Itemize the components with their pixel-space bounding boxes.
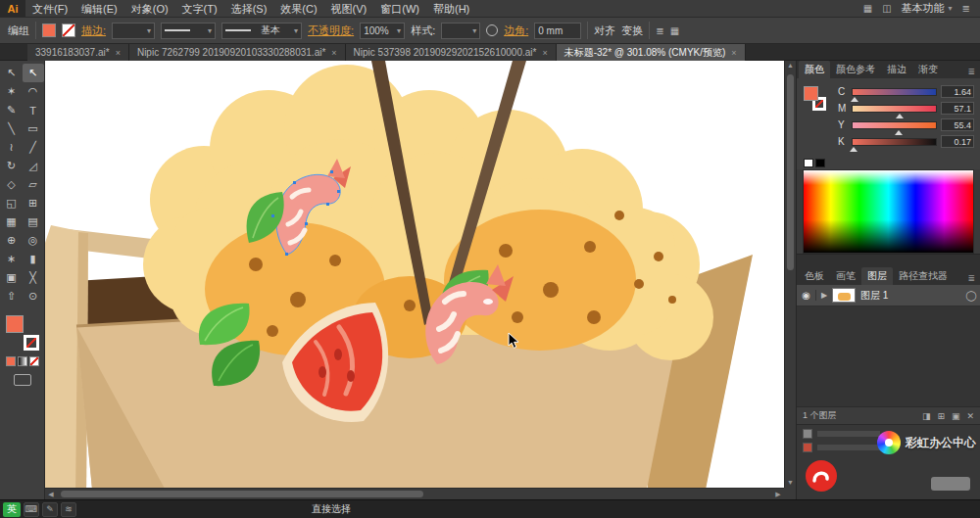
document-tab[interactable]: 未标题-32* @ 301.08% (CMYK/预览)×: [557, 44, 746, 61]
tab-渐变[interactable]: 渐变: [912, 61, 944, 78]
horizontal-scroll-thumb[interactable]: [61, 491, 423, 497]
eyedropper-tool[interactable]: ⊕: [1, 231, 23, 250]
fill-color-swatch[interactable]: [42, 24, 56, 37]
tab-close-icon[interactable]: ×: [542, 48, 547, 58]
canvas[interactable]: ▲ ▼ ◀ ▶: [45, 61, 796, 499]
grid-icon[interactable]: ▦: [670, 25, 679, 36]
hand-tool[interactable]: ⇧: [1, 287, 23, 306]
layer-name[interactable]: 图层 1: [860, 289, 962, 303]
black-swatch[interactable]: [815, 159, 825, 167]
transform-button[interactable]: 变换: [621, 24, 643, 38]
tab-色板[interactable]: 色板: [799, 267, 830, 285]
menu-item[interactable]: 文字(T): [175, 0, 224, 18]
stroke-color-swatch[interactable]: [62, 24, 75, 37]
symbol-sprayer-tool[interactable]: ∗: [1, 250, 23, 268]
stroke-link[interactable]: 描边:: [81, 24, 106, 38]
toolbar-fill-swatch[interactable]: [6, 315, 24, 333]
align-button[interactable]: 对齐: [594, 24, 615, 38]
pen-settings-icon[interactable]: ✎: [42, 502, 58, 517]
color-fill-button[interactable]: [6, 356, 16, 366]
menu-item[interactable]: 效果(C): [273, 0, 323, 18]
new-layer-icon[interactable]: ▣: [952, 411, 960, 421]
tab-路径查找器[interactable]: 路径查找器: [893, 267, 954, 285]
scroll-left-icon[interactable]: ◀: [45, 489, 57, 499]
workspace-switcher[interactable]: 基本功能 ▾: [902, 1, 953, 16]
artwork-takeout-box[interactable]: [45, 61, 796, 499]
column-graph-tool[interactable]: ▮: [23, 250, 44, 268]
delete-layer-icon[interactable]: ✕: [966, 411, 974, 421]
tray-icon[interactable]: ≋: [61, 502, 76, 517]
visibility-eye-icon[interactable]: ◉: [797, 290, 816, 301]
tab-图层[interactable]: 图层: [861, 267, 893, 285]
width-tool[interactable]: ◇: [1, 175, 23, 194]
layer-thumbnail[interactable]: [832, 288, 856, 303]
channel-slider[interactable]: [852, 105, 937, 113]
artboard-tool[interactable]: ▣: [1, 268, 23, 287]
vertical-scrollbar[interactable]: ▲ ▼: [784, 61, 796, 488]
scroll-up-icon[interactable]: ▲: [785, 61, 796, 71]
menu-item[interactable]: 文件(F): [25, 0, 74, 18]
document-tab[interactable]: 33916183037.ai*×: [27, 44, 129, 61]
perspective-grid-tool[interactable]: ⊞: [23, 194, 44, 212]
fill-stroke-indicator[interactable]: [804, 86, 833, 119]
mesh-tool[interactable]: ▦: [1, 212, 23, 231]
free-transform-tool[interactable]: ▱: [23, 175, 44, 194]
panel-menu-icon[interactable]: ≣: [967, 67, 980, 78]
paintbrush-tool[interactable]: ≀: [1, 138, 23, 157]
pen-tool[interactable]: ✎: [1, 101, 23, 119]
new-sublayer-icon[interactable]: ⊞: [937, 411, 945, 421]
lasso-tool[interactable]: ◠: [23, 82, 44, 101]
stroke-weight-dropdown[interactable]: ▾: [112, 23, 155, 39]
tab-close-icon[interactable]: ×: [731, 48, 736, 58]
panel-menu-icon[interactable]: ≣: [962, 3, 970, 14]
tab-颜色参考[interactable]: 颜色参考: [830, 61, 881, 78]
opacity-link[interactable]: 不透明度:: [308, 24, 354, 38]
scale-tool[interactable]: ◿: [23, 157, 44, 175]
zoom-tool[interactable]: ⊙: [23, 287, 44, 306]
horizontal-scrollbar[interactable]: ◀ ▶: [45, 488, 784, 499]
document-tab[interactable]: Nipic 537398 20190929202152610000.ai*×: [346, 44, 557, 61]
channel-value-field[interactable]: 0.17: [941, 135, 974, 148]
corner-link[interactable]: 边角:: [504, 24, 528, 38]
keyboard-icon[interactable]: ⌨: [24, 502, 39, 517]
expand-arrow-icon[interactable]: ▶: [816, 291, 832, 300]
gradient-fill-button[interactable]: [18, 356, 27, 366]
rectangle-tool[interactable]: ▭: [23, 119, 44, 138]
slice-tool[interactable]: ╳: [23, 268, 44, 287]
corner-value-box[interactable]: 0 mm: [534, 23, 581, 39]
tab-描边[interactable]: 描边: [881, 61, 912, 78]
make-mask-icon[interactable]: ◨: [922, 411, 931, 421]
screen-mode-button[interactable]: [14, 374, 31, 386]
rotate-tool[interactable]: ↻: [1, 157, 23, 175]
shape-builder-tool[interactable]: ◱: [1, 194, 23, 212]
screen-mode-icon[interactable]: ◫: [882, 3, 891, 14]
selection-tool[interactable]: ↖: [1, 64, 23, 82]
menu-item[interactable]: 对象(O): [124, 0, 175, 18]
menu-item[interactable]: 窗口(W): [373, 0, 426, 18]
direct-selection-tool[interactable]: ↖: [23, 64, 44, 82]
panel-menu-icon[interactable]: ≣: [967, 273, 980, 285]
channel-slider[interactable]: [852, 88, 937, 96]
slider-thumb[interactable]: [895, 130, 903, 135]
menu-item[interactable]: 视图(V): [324, 0, 374, 18]
opacity-dropdown[interactable]: 100%▾: [360, 23, 405, 39]
channel-slider[interactable]: [852, 138, 937, 146]
line-segment-tool[interactable]: ╲: [1, 119, 23, 138]
scroll-right-icon[interactable]: ▶: [772, 489, 784, 499]
scroll-down-icon[interactable]: ▼: [785, 478, 796, 488]
pencil-tool[interactable]: ╱: [23, 138, 44, 157]
menu-item[interactable]: 编辑(E): [74, 0, 124, 18]
fill-indicator[interactable]: [804, 86, 818, 101]
white-swatch[interactable]: [804, 159, 813, 167]
arrange-documents-icon[interactable]: ▦: [863, 3, 872, 14]
blend-tool[interactable]: ◎: [23, 231, 44, 250]
tab-close-icon[interactable]: ×: [116, 48, 121, 58]
vertical-scroll-thumb[interactable]: [787, 74, 794, 270]
brush-definition-dropdown[interactable]: 基本▾: [221, 23, 302, 39]
tab-close-icon[interactable]: ×: [331, 48, 336, 58]
isolate-icon[interactable]: ≣: [656, 25, 663, 36]
magic-wand-tool[interactable]: ✶: [1, 82, 23, 101]
slider-thumb[interactable]: [850, 147, 858, 152]
menu-item[interactable]: 帮助(H): [426, 0, 476, 18]
ime-indicator[interactable]: 英: [3, 502, 21, 517]
